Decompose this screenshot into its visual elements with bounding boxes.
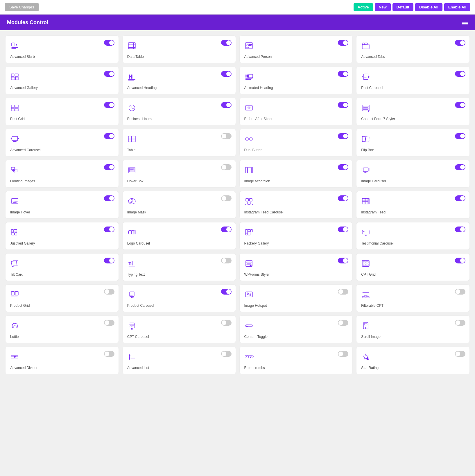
default-button[interactable]: Default bbox=[392, 3, 413, 11]
module-toggle[interactable] bbox=[104, 102, 114, 108]
toggle-knob bbox=[338, 320, 343, 325]
module-card: Post Grid bbox=[5, 98, 119, 125]
module-card: Breadcrumbs bbox=[239, 347, 353, 374]
module-toggle[interactable] bbox=[455, 320, 465, 326]
module-toggle[interactable] bbox=[338, 133, 348, 139]
module-toggle[interactable] bbox=[221, 40, 232, 46]
svg-rect-49 bbox=[12, 136, 17, 140]
module-card: Logo Carousel bbox=[122, 222, 236, 250]
module-toggle[interactable] bbox=[221, 71, 232, 77]
module-toggle[interactable] bbox=[338, 258, 348, 263]
module-toggle[interactable] bbox=[455, 227, 465, 232]
module-toggle[interactable] bbox=[221, 195, 232, 201]
module-toggle[interactable] bbox=[338, 71, 348, 77]
module-name: Packery Gallery bbox=[244, 241, 269, 245]
module-icon-businesshours bbox=[127, 103, 137, 114]
module-toggle[interactable] bbox=[104, 40, 114, 46]
module-toggle[interactable] bbox=[455, 351, 465, 357]
module-icon-packerygallery bbox=[244, 228, 254, 238]
module-toggle[interactable] bbox=[104, 320, 114, 326]
module-name: Product Grid bbox=[10, 304, 30, 308]
module-card: Before After Slider bbox=[239, 98, 353, 125]
module-toggle[interactable] bbox=[455, 102, 465, 108]
module-toggle[interactable] bbox=[338, 227, 348, 232]
module-toggle[interactable] bbox=[104, 227, 114, 232]
module-toggle[interactable] bbox=[104, 195, 114, 201]
svg-point-159 bbox=[129, 354, 130, 356]
module-toggle[interactable] bbox=[104, 133, 114, 139]
module-toggle[interactable] bbox=[221, 258, 232, 263]
module-card: Advanced Carousel bbox=[5, 129, 119, 156]
module-toggle[interactable] bbox=[221, 227, 232, 232]
module-name: Image Accordion bbox=[244, 179, 270, 183]
module-toggle[interactable] bbox=[104, 164, 114, 170]
module-card: Floating Images bbox=[5, 160, 119, 188]
svg-rect-117 bbox=[247, 264, 251, 265]
svg-rect-94 bbox=[368, 198, 369, 204]
module-toggle[interactable] bbox=[221, 102, 232, 108]
module-toggle[interactable] bbox=[455, 71, 465, 77]
svg-rect-60 bbox=[249, 138, 252, 140]
module-toggle[interactable] bbox=[221, 320, 232, 326]
module-toggle[interactable] bbox=[104, 258, 114, 263]
module-toggle[interactable] bbox=[338, 289, 348, 295]
module-toggle[interactable] bbox=[221, 133, 232, 139]
module-toggle[interactable] bbox=[104, 289, 114, 295]
module-toggle[interactable] bbox=[455, 133, 465, 139]
svg-rect-55 bbox=[128, 136, 135, 142]
svg-point-161 bbox=[129, 356, 130, 358]
module-toggle[interactable] bbox=[338, 102, 348, 108]
module-toggle[interactable] bbox=[338, 351, 348, 357]
disable-all-button[interactable]: Disable All bbox=[415, 3, 442, 11]
toggle-knob bbox=[109, 258, 114, 263]
active-button[interactable]: Active bbox=[354, 3, 373, 11]
module-toggle[interactable] bbox=[221, 289, 232, 295]
svg-rect-28 bbox=[363, 74, 368, 79]
module-name: Advanced Heading bbox=[127, 86, 157, 90]
svg-rect-13 bbox=[249, 45, 251, 46]
module-toggle[interactable] bbox=[338, 40, 348, 46]
svg-text:": " bbox=[363, 231, 364, 233]
module-card: Product Carousel bbox=[122, 284, 236, 312]
toggle-knob bbox=[343, 72, 348, 76]
module-toggle[interactable] bbox=[455, 258, 465, 263]
module-name: Tilt Card bbox=[10, 272, 23, 277]
module-toggle[interactable] bbox=[221, 164, 232, 170]
svg-rect-59 bbox=[245, 138, 248, 140]
svg-rect-106 bbox=[248, 232, 250, 235]
module-toggle[interactable] bbox=[338, 320, 348, 326]
svg-rect-87 bbox=[248, 202, 250, 204]
module-card: Image Carousel bbox=[356, 160, 470, 188]
save-button[interactable]: Save Changes bbox=[5, 3, 39, 11]
toggle-knob bbox=[226, 103, 231, 107]
svg-rect-1 bbox=[12, 47, 18, 48]
module-name: Data Table bbox=[127, 55, 144, 59]
enable-all-button[interactable]: Enable All bbox=[444, 3, 470, 11]
module-toggle[interactable] bbox=[455, 164, 465, 170]
toggle-knob bbox=[343, 258, 348, 263]
module-card: HAnimated Heading bbox=[239, 67, 353, 94]
toggle-knob bbox=[222, 165, 226, 170]
module-toggle[interactable] bbox=[104, 71, 114, 77]
module-toggle[interactable] bbox=[455, 289, 465, 295]
module-toggle[interactable] bbox=[338, 195, 348, 201]
svg-point-149 bbox=[132, 329, 133, 329]
modules-grid: +Advanced BlurbData TableAdvanced Person… bbox=[5, 35, 470, 374]
module-toggle[interactable] bbox=[338, 164, 348, 170]
svg-point-84 bbox=[131, 199, 133, 201]
svg-marker-165 bbox=[245, 356, 249, 358]
module-toggle[interactable] bbox=[455, 195, 465, 201]
module-card: Advanced Person bbox=[239, 35, 353, 63]
module-card: Scroll Image bbox=[356, 315, 470, 343]
svg-rect-122 bbox=[363, 264, 365, 266]
module-toggle[interactable] bbox=[104, 351, 114, 357]
module-icon-typingtext: T bbox=[127, 259, 137, 270]
module-icon-imagehotspot bbox=[244, 290, 254, 301]
toggle-knob bbox=[105, 320, 109, 325]
module-icon-person bbox=[244, 41, 254, 52]
svg-rect-99 bbox=[129, 231, 131, 234]
module-name: Hover Box bbox=[127, 179, 144, 183]
module-toggle[interactable] bbox=[455, 40, 465, 46]
module-toggle[interactable] bbox=[221, 351, 232, 357]
new-button[interactable]: New bbox=[375, 3, 391, 11]
